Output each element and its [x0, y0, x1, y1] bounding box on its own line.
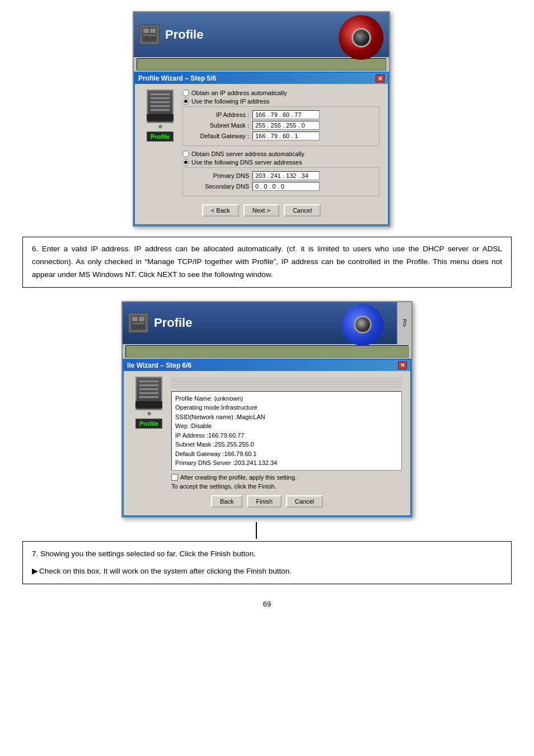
text-block-2-line2-wrapper: ▶Check on this box. It will work on the … [32, 564, 502, 578]
app-header-1: Profile [134, 12, 389, 57]
summary-line-3: Wep :Disable [175, 421, 398, 431]
instruction-text: To accept the settings, click the Finish… [171, 483, 402, 490]
svg-rect-7 [132, 322, 144, 325]
summary-line-4: IP Address :166.79.60.77 [175, 431, 398, 440]
next-button-1[interactable]: Next > [243, 204, 279, 217]
wizard-form-2: Profile Name: (unknown) Operating mode:I… [171, 377, 402, 492]
wizard-body-2: ⚙ Profile Profile Name: (unknown) Operat… [124, 371, 410, 515]
device-port-3 [150, 101, 170, 104]
dns2-field-row: Secondary DNS 0 . 0 . 0 . 0 [188, 182, 374, 191]
ip-label: IP Address : [188, 111, 249, 118]
profile-app-window-1: Profile Profile Wizard – Step 5/6 ✕ [133, 11, 390, 227]
profile-label-2: Profile [135, 419, 162, 429]
text-block-2-line1: 7. Showing you the settings selected so … [32, 547, 502, 561]
wizard-titlebar-1: Profile Wizard – Step 5/6 ✕ [135, 73, 388, 84]
gw-value[interactable]: 166 . 79 . 60 . 1 [252, 132, 320, 140]
summary-line-0: Profile Name: (unknown) [175, 394, 398, 403]
device-small-icon-2: ⚙ [147, 411, 151, 416]
device-label-box-2 [135, 401, 162, 408]
apply-checkbox-row: After creating the profile, apply this s… [171, 474, 402, 481]
wizard-close-btn-1[interactable]: ✕ [376, 74, 385, 82]
back-button-1[interactable]: < Back [202, 204, 239, 217]
dns1-label: Primary DNS [188, 172, 249, 179]
wizard-form-1: Obtain an IP address automatically Use t… [182, 90, 380, 201]
mask-value[interactable]: 255 . 255 . 255 . 0 [252, 121, 320, 130]
dns1-value[interactable]: 203 . 241 . 132 . 34 [252, 171, 320, 180]
input-bar-1 [137, 58, 386, 71]
svg-rect-1 [143, 29, 149, 33]
radio-use-ip[interactable] [182, 98, 189, 105]
radio-row-4: Use the following DNS server addresses [182, 159, 380, 166]
radio-row-2: Use the following IP address [182, 98, 380, 105]
camera-decoration-1 [339, 15, 383, 60]
app-icon-2 [128, 313, 148, 333]
wizard-dialog-2: ile Wizard – Step 6/6 ✕ [123, 359, 411, 516]
radio-obtain-ip[interactable] [182, 90, 189, 96]
ip-value[interactable]: 166 . 79 . 60 . 77 [252, 110, 320, 119]
radio-use-ip-label: Use the following IP address [191, 98, 269, 105]
device-box-2 [135, 377, 162, 410]
radio-use-dns[interactable] [182, 159, 189, 166]
summary-line-6: Default Gateway :166.79.60.1 [175, 449, 398, 459]
apply-checkbox[interactable] [171, 474, 178, 481]
text-block-1: 6. Enter a valid IP address. IP address … [22, 237, 512, 288]
wizard-buttons-2: Back Finish Cancel [132, 492, 402, 510]
blurred-rows [171, 377, 402, 388]
device-port-2 [150, 97, 170, 100]
wizard-titlebar-2: ile Wizard – Step 6/6 ✕ [124, 360, 410, 371]
svg-rect-3 [143, 34, 156, 36]
summary-line-1: Operating mode:Infrastructure [175, 403, 398, 412]
screenshot-1: Profile Profile Wizard – Step 5/6 ✕ [133, 11, 401, 227]
summary-line-5: Subnet Mask :255.255.255.0 [175, 440, 398, 449]
arrow-connector [121, 522, 413, 539]
app-title-2: Profile [154, 316, 192, 330]
device-port-2-2 [139, 384, 159, 387]
gw-label: Default Gateway : [188, 133, 249, 139]
wizard-left-panel-2: ⚙ Profile Profile Name: (unknown) Operat… [132, 377, 402, 492]
screenshot-2: Profile Pro ile Wizard – Step 6/6 ✕ [121, 301, 413, 518]
app-title-1: Profile [165, 27, 203, 42]
finish-button[interactable]: Finish [247, 495, 281, 508]
radio-obtain-dns-label: Obtain DNS server address automatically [191, 151, 305, 157]
gw-field-row: Default Gateway : 166 . 79 . 60 . 1 [188, 132, 374, 140]
camera-decoration-2 [341, 304, 383, 346]
mask-field-row: Subnet Mask : 255 . 255 . 255 . 0 [188, 121, 374, 130]
radio-obtain-dns[interactable] [182, 151, 189, 157]
ip-field-group: IP Address : 166 . 79 . 60 . 77 Subnet M… [182, 106, 380, 146]
profile-app-window-2: Profile Pro ile Wizard – Step 6/6 ✕ [121, 301, 413, 518]
dns-field-group: Primary DNS 203 . 241 . 132 . 34 Seconda… [182, 167, 380, 196]
summary-line-2: SSID(Network name) :MagicLAN [175, 412, 398, 422]
device-port-2-3 [139, 388, 159, 391]
dns2-label: Secondary DNS [188, 183, 249, 190]
app-header-2: Profile Pro [123, 302, 411, 344]
text-block-2: 7. Showing you the settings selected so … [22, 541, 512, 585]
apply-checkbox-label: After creating the profile, apply this s… [180, 474, 297, 481]
device-port-1 [150, 93, 170, 96]
summary-line-7: Primary DNS Server :203.241.132.34 [175, 458, 398, 468]
back-button-2[interactable]: Back [211, 495, 242, 508]
input-bar-2 [125, 345, 409, 358]
cancel-button-1[interactable]: Cancel [284, 204, 321, 217]
cancel-button-2[interactable]: Cancel [286, 495, 323, 508]
ip-field-row: IP Address : 166 . 79 . 60 . 77 [188, 110, 374, 119]
wizard-close-btn-2[interactable]: ✕ [398, 361, 407, 369]
arrow-line-vertical [256, 522, 257, 539]
device-port-2-4 [139, 392, 159, 395]
dns1-field-row: Primary DNS 203 . 241 . 132 . 34 [188, 171, 374, 180]
page-container: Profile Profile Wizard – Step 5/6 ✕ [0, 0, 534, 756]
radio-use-dns-label: Use the following DNS server addresses [191, 159, 302, 166]
camera-lens-2 [354, 316, 372, 334]
device-port-5 [150, 109, 170, 111]
camera-lens-1 [352, 28, 371, 48]
device-label-box [147, 114, 174, 121]
dns2-value[interactable]: 0 . 0 . 0 . 0 [252, 182, 320, 191]
arrow-icon: ▶ [32, 564, 38, 578]
svg-rect-5 [132, 317, 138, 321]
side-label-2: Pro [397, 302, 411, 344]
device-port-2-1 [139, 380, 159, 383]
text-block-2-line2: Check on this box. It will work on the s… [39, 567, 292, 575]
wizard-dialog-1: Profile Wizard – Step 5/6 ✕ [134, 72, 389, 226]
device-port-2-5 [139, 396, 159, 398]
device-icon-1: ⚙ Profile [143, 90, 177, 201]
svg-rect-6 [139, 317, 144, 321]
